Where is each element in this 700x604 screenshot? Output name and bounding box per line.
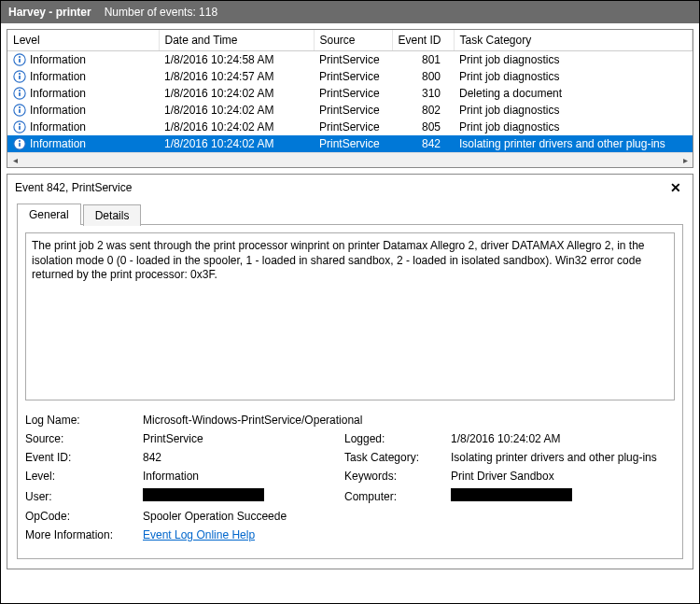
label-eventid: Event ID: <box>25 451 137 464</box>
label-level: Level: <box>25 470 137 483</box>
close-icon[interactable]: ✕ <box>666 180 685 195</box>
svg-rect-14 <box>19 126 21 130</box>
cell-date: 1/8/2016 10:24:02 AM <box>159 119 314 135</box>
window-title: Harvey - printer <box>8 6 91 19</box>
svg-point-1 <box>19 56 21 58</box>
cell-date: 1/8/2016 10:24:57 AM <box>159 68 314 85</box>
cell-date: 1/8/2016 10:24:58 AM <box>159 51 314 69</box>
cell-eventid: 801 <box>392 51 454 69</box>
value-moreinfo: Event Log Online Help <box>143 528 675 541</box>
cell-eventid: 800 <box>392 68 454 85</box>
col-header-level[interactable]: Level <box>7 30 159 51</box>
value-opcode: Spooler Operation Succeede <box>143 510 675 523</box>
svg-rect-17 <box>19 143 21 147</box>
cell-eventid: 802 <box>392 102 454 119</box>
table-row[interactable]: Information1/8/2016 10:24:02 AMPrintServ… <box>7 119 693 135</box>
cell-date: 1/8/2016 10:24:02 AM <box>159 85 314 102</box>
scroll-left-icon[interactable]: ◂ <box>7 153 22 168</box>
svg-rect-2 <box>19 59 21 63</box>
cell-level: Information <box>30 87 86 100</box>
horizontal-scrollbar[interactable]: ◂ ▸ <box>7 152 693 167</box>
cell-task: Isolating printer drivers and other plug… <box>454 135 693 152</box>
col-header-eventid[interactable]: Event ID <box>392 30 454 51</box>
label-taskcat: Task Category: <box>344 451 445 464</box>
value-computer <box>451 488 675 504</box>
detail-title: Event 842, PrintService <box>15 181 132 194</box>
cell-task: Print job diagnostics <box>454 68 693 85</box>
scroll-right-icon[interactable]: ▸ <box>678 153 693 168</box>
table-row[interactable]: Information1/8/2016 10:24:58 AMPrintServ… <box>7 51 693 69</box>
svg-rect-11 <box>19 109 21 113</box>
events-count: Number of events: 118 <box>105 6 217 19</box>
svg-rect-5 <box>19 76 21 79</box>
label-logged: Logged: <box>344 432 445 445</box>
info-icon <box>13 53 26 66</box>
cell-source: PrintService <box>314 51 392 69</box>
label-logname: Log Name: <box>25 414 137 427</box>
svg-rect-8 <box>19 92 21 96</box>
cell-level: Information <box>30 137 86 150</box>
cell-task: Deleting a document <box>454 85 693 102</box>
value-user <box>143 488 339 504</box>
event-description: The print job 2 was sent through the pri… <box>25 232 675 400</box>
detail-panel: Event 842, PrintService ✕ General Detail… <box>7 174 693 569</box>
window-titlebar: Harvey - printer Number of events: 118 <box>1 1 699 23</box>
cell-source: PrintService <box>314 102 392 119</box>
svg-point-4 <box>19 73 21 75</box>
value-source: PrintService <box>143 432 339 445</box>
cell-source: PrintService <box>314 135 392 152</box>
cell-date: 1/8/2016 10:24:02 AM <box>159 135 314 152</box>
tab-strip: General Details <box>7 203 693 224</box>
cell-source: PrintService <box>314 119 392 135</box>
cell-task: Print job diagnostics <box>454 119 693 135</box>
svg-point-10 <box>19 106 21 108</box>
value-level: Information <box>143 470 339 483</box>
tab-details[interactable]: Details <box>83 204 142 226</box>
cell-eventid: 842 <box>392 135 454 152</box>
label-moreinfo: More Information: <box>25 528 137 541</box>
svg-point-7 <box>19 90 21 91</box>
redacted-user <box>143 488 264 501</box>
table-row[interactable]: Information1/8/2016 10:24:02 AMPrintServ… <box>7 102 693 119</box>
label-computer: Computer: <box>344 490 445 503</box>
value-taskcat: Isolating printer drivers and other plug… <box>451 451 675 464</box>
info-icon <box>13 137 26 150</box>
cell-date: 1/8/2016 10:24:02 AM <box>159 102 314 119</box>
value-keywords: Print Driver Sandbox <box>451 470 675 483</box>
redacted-computer <box>451 488 572 501</box>
cell-level: Information <box>30 53 86 66</box>
cell-level: Information <box>30 120 86 133</box>
value-logged: 1/8/2016 10:24:02 AM <box>451 432 675 445</box>
info-icon <box>13 104 26 117</box>
col-header-source[interactable]: Source <box>314 30 392 51</box>
event-fields: Log Name: Microsoft-Windows-PrintService… <box>25 414 675 541</box>
label-user: User: <box>25 490 137 503</box>
cell-source: PrintService <box>314 85 392 102</box>
table-row[interactable]: Information1/8/2016 10:24:02 AMPrintServ… <box>7 85 693 102</box>
table-row[interactable]: Information1/8/2016 10:24:57 AMPrintServ… <box>7 68 693 85</box>
info-icon <box>13 70 26 83</box>
col-header-task[interactable]: Task Category <box>454 30 693 51</box>
cell-source: PrintService <box>314 68 392 85</box>
online-help-link[interactable]: Event Log Online Help <box>143 528 255 541</box>
detail-header: Event 842, PrintService ✕ <box>7 175 693 201</box>
event-table: Level Date and Time Source Event ID Task… <box>7 30 693 152</box>
cell-eventid: 310 <box>392 85 454 102</box>
info-icon <box>13 120 26 133</box>
cell-task: Print job diagnostics <box>454 51 693 69</box>
table-header-row: Level Date and Time Source Event ID Task… <box>7 30 693 51</box>
svg-point-16 <box>19 140 21 142</box>
label-keywords: Keywords: <box>344 470 445 483</box>
value-eventid: 842 <box>143 451 339 464</box>
tab-general[interactable]: General <box>17 204 81 225</box>
svg-point-13 <box>19 123 21 125</box>
cell-level: Information <box>30 104 86 117</box>
col-header-date[interactable]: Date and Time <box>159 30 314 51</box>
table-row[interactable]: Information1/8/2016 10:24:02 AMPrintServ… <box>7 135 693 152</box>
event-grid-panel: Level Date and Time Source Event ID Task… <box>7 29 693 168</box>
label-opcode: OpCode: <box>25 510 137 523</box>
cell-task: Print job diagnostics <box>454 102 693 119</box>
value-logname: Microsoft-Windows-PrintService/Operation… <box>143 414 675 427</box>
info-icon <box>13 87 26 100</box>
tab-general-body: The print job 2 was sent through the pri… <box>17 224 683 559</box>
